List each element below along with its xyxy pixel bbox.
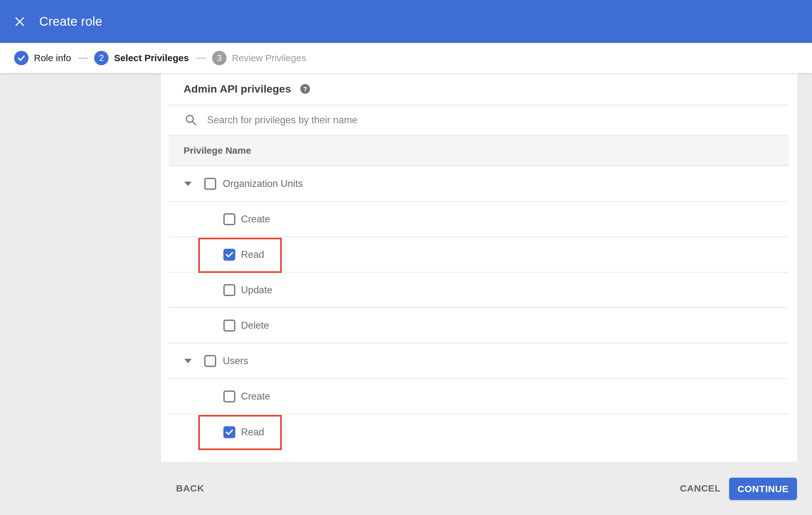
privilege-row: Update: [169, 273, 788, 308]
step2-label: Select Privileges: [114, 53, 188, 63]
titlebar: Create role: [0, 0, 812, 43]
search-icon: [185, 114, 197, 126]
chevron-down-triangle-icon[interactable]: [184, 359, 192, 363]
checkbox-organization-units[interactable]: [204, 178, 216, 190]
cancel-button[interactable]: CANCEL: [680, 483, 721, 494]
privilege-label: Users: [223, 355, 248, 367]
search-bar: [169, 105, 788, 135]
footer-bar: BACK CANCEL CONTINUE: [0, 462, 812, 515]
highlight-box: [198, 415, 282, 450]
section-header: Admin API privileges ?: [169, 73, 788, 105]
privilege-label: Organization Units: [223, 178, 303, 189]
step3-label: Review Privileges: [232, 53, 306, 63]
main-area: Admin API privileges ? Privilege Name Or…: [0, 73, 812, 462]
step-select-privileges[interactable]: 2 Select Privileges: [94, 51, 188, 65]
check-icon: [225, 429, 233, 435]
checkbox-ou-create[interactable]: [223, 213, 235, 225]
checkbox-users-read[interactable]: [223, 426, 235, 438]
privilege-label: Create: [241, 214, 270, 225]
step-review-privileges: 3 Review Privileges: [212, 51, 306, 65]
table-header-row: Privilege Name: [169, 135, 788, 166]
privilege-row: Delete: [169, 308, 788, 343]
checkbox-ou-read[interactable]: [223, 249, 235, 261]
checkbox-users[interactable]: [204, 355, 216, 367]
step1-circle: [14, 51, 29, 65]
checkbox-users-create[interactable]: [223, 391, 235, 402]
privilege-row-group: Users: [169, 343, 788, 379]
page-title: Create role: [39, 14, 102, 29]
search-input[interactable]: [206, 114, 678, 126]
highlight-box: [198, 238, 282, 273]
privileges-content: Admin API privileges ? Privilege Name Or…: [169, 73, 788, 450]
privilege-label: Delete: [241, 320, 269, 331]
privilege-label: Read: [241, 249, 264, 260]
checkbox-ou-update[interactable]: [223, 284, 235, 296]
check-icon: [18, 55, 25, 61]
step3-circle: 3: [212, 51, 227, 65]
privilege-label: Update: [241, 284, 272, 296]
table-header-label: Privilege Name: [183, 145, 251, 156]
privilege-row: Read: [169, 237, 788, 273]
step1-label: Role info: [34, 53, 71, 63]
back-button[interactable]: BACK: [176, 483, 204, 494]
privileges-panel: Admin API privileges ? Privilege Name Or…: [160, 73, 799, 462]
privilege-label: Read: [241, 427, 264, 438]
privilege-row: Create: [169, 202, 788, 237]
step-separator: [196, 58, 206, 59]
check-icon: [225, 251, 233, 258]
question-mark-icon[interactable]: ?: [300, 84, 310, 94]
continue-button[interactable]: CONTINUE: [729, 478, 797, 500]
step-separator: [79, 58, 88, 59]
privilege-label: Create: [241, 391, 270, 402]
close-icon[interactable]: [15, 17, 25, 27]
step2-circle: 2: [94, 51, 109, 65]
section-title: Admin API privileges: [183, 83, 291, 95]
chevron-down-triangle-icon[interactable]: [184, 182, 192, 186]
step-role-info[interactable]: Role info: [14, 51, 71, 65]
privilege-row: Create: [169, 379, 788, 414]
checkbox-ou-delete[interactable]: [223, 320, 235, 332]
privilege-row-group: Organization Units: [169, 166, 788, 202]
wizard-stepper: Role info 2 Select Privileges 3 Review P…: [0, 43, 812, 73]
privilege-row: Read: [169, 414, 788, 450]
